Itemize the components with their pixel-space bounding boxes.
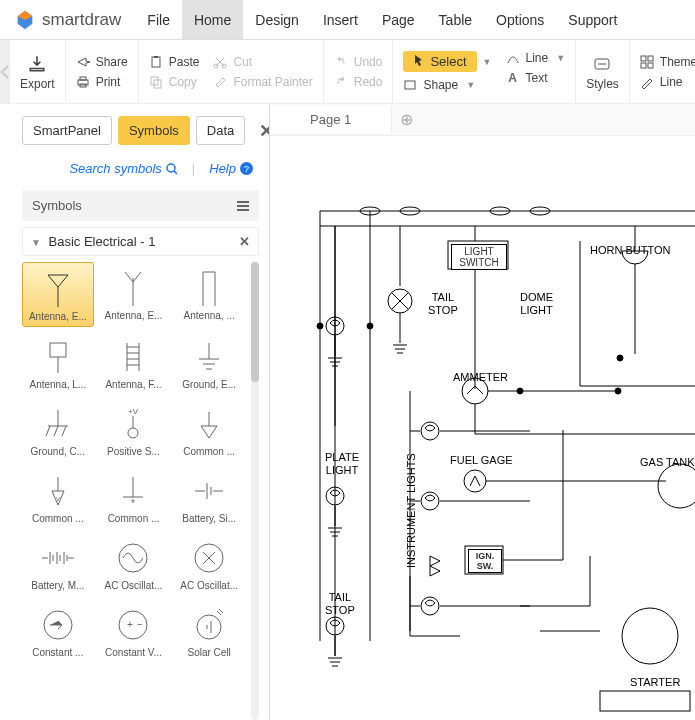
- label-ammeter: AMMETER: [453, 371, 508, 384]
- svg-rect-4: [154, 56, 158, 58]
- label-starter: STARTER: [630, 676, 680, 689]
- canvas-area: Page 1 ⊕: [270, 104, 695, 720]
- add-page-button[interactable]: ⊕: [392, 110, 420, 129]
- cursor-icon: [413, 54, 425, 69]
- label-tail-stop: TAILSTOP: [428, 291, 458, 317]
- antenna-icon: [109, 266, 157, 310]
- svg-rect-3: [152, 57, 160, 67]
- menu-support[interactable]: Support: [556, 0, 629, 39]
- menu-insert[interactable]: Insert: [311, 0, 370, 39]
- ac-oscillator-icon: [185, 536, 233, 580]
- symbol-item[interactable]: Antenna, F...: [98, 331, 170, 394]
- chevron-left-icon: [0, 65, 10, 79]
- menu-design[interactable]: Design: [243, 0, 311, 39]
- print-button[interactable]: Print: [76, 75, 128, 89]
- svg-text:+: +: [127, 619, 133, 630]
- menu-options[interactable]: Options: [484, 0, 556, 39]
- search-icon: [166, 163, 178, 175]
- svg-rect-12: [648, 56, 653, 61]
- format-painter-button[interactable]: Format Painter: [213, 75, 312, 89]
- label-ign-sw: IGN.SW.: [468, 549, 502, 573]
- symbol-item[interactable]: * Common ...: [98, 465, 170, 528]
- text-button[interactable]: A Text: [506, 71, 566, 85]
- panel-close-button[interactable]: ✕: [259, 120, 270, 142]
- antenna-icon: [185, 266, 233, 310]
- chevron-down-icon: ▼: [31, 237, 41, 248]
- battery-multi-icon: [34, 536, 82, 580]
- redo-button[interactable]: Redo: [334, 75, 383, 89]
- shape-button[interactable]: Shape ▼: [403, 78, 491, 92]
- symbol-item[interactable]: +V Positive S...: [98, 398, 170, 461]
- symbol-item[interactable]: Battery, M...: [22, 532, 94, 595]
- ground-chassis-icon: [34, 402, 82, 446]
- svg-point-36: [617, 355, 623, 361]
- line-icon: [506, 51, 520, 65]
- symbol-item[interactable]: AC Oscillat...: [98, 532, 170, 595]
- symbol-item[interactable]: Solar Cell: [173, 599, 245, 662]
- symbol-item[interactable]: Ground, E...: [173, 331, 245, 394]
- select-button[interactable]: Select: [403, 51, 476, 72]
- share-icon: [76, 55, 90, 69]
- styles-button[interactable]: Styles: [586, 53, 619, 91]
- help-link[interactable]: Help ?: [209, 161, 253, 176]
- symbol-item[interactable]: +− Constant V...: [98, 599, 170, 662]
- svg-point-45: [658, 464, 695, 508]
- menu-page[interactable]: Page: [370, 0, 427, 39]
- tab-symbols[interactable]: Symbols: [118, 116, 190, 145]
- symbols-menu-button[interactable]: [237, 201, 249, 211]
- menu-file[interactable]: File: [135, 0, 182, 39]
- close-icon[interactable]: ✕: [239, 234, 250, 249]
- svg-rect-49: [600, 691, 690, 711]
- share-button[interactable]: Share: [76, 55, 128, 69]
- page-tab[interactable]: Page 1: [270, 106, 392, 133]
- cut-button[interactable]: Cut: [213, 55, 312, 69]
- app-logo: smartdraw: [0, 9, 135, 31]
- label-light-switch: LIGHTSWITCH: [451, 244, 507, 270]
- symbol-item[interactable]: Constant ...: [22, 599, 94, 662]
- symbol-group-header[interactable]: ▼ Basic Electrical - 1 ✕: [22, 227, 259, 256]
- menu-home[interactable]: Home: [182, 0, 243, 39]
- themes-button[interactable]: Themes: [640, 55, 695, 69]
- symbol-item[interactable]: Battery, Si...: [173, 465, 245, 528]
- common-icon: *: [109, 469, 157, 513]
- symbol-item[interactable]: Antenna, L...: [22, 331, 94, 394]
- undo-button[interactable]: Undo: [334, 55, 383, 69]
- paste-icon: [149, 55, 163, 69]
- menu-table[interactable]: Table: [427, 0, 484, 39]
- copy-button[interactable]: Copy: [149, 75, 200, 89]
- tab-data[interactable]: Data: [196, 116, 245, 145]
- svg-point-39: [615, 388, 621, 394]
- svg-point-48: [622, 608, 678, 664]
- pencil-icon: [640, 75, 654, 89]
- label-fuel-gage: FUEL GAGE: [450, 454, 513, 467]
- ground-icon: [185, 335, 233, 379]
- symbol-item[interactable]: Ground, C...: [22, 398, 94, 461]
- drawing-canvas[interactable]: TAILSTOP DOMELIGHT LIGHTSWITCH HORN BUTT…: [270, 136, 695, 720]
- constant-current-icon: [34, 603, 82, 647]
- collapse-panel-button[interactable]: [0, 40, 10, 103]
- export-icon: [26, 53, 48, 75]
- symbol-item[interactable]: Antenna, E...: [22, 262, 94, 327]
- symbol-item[interactable]: Antenna, E...: [98, 262, 170, 327]
- svg-text:−: −: [137, 619, 143, 630]
- symbol-grid: Antenna, E... Antenna, E... Antenna, ...…: [22, 262, 259, 662]
- paste-button[interactable]: Paste: [149, 55, 200, 69]
- label-plate-light: PLATELIGHT: [325, 451, 359, 477]
- svg-rect-11: [641, 56, 646, 61]
- symbol-item[interactable]: Antenna, ...: [173, 262, 245, 327]
- search-symbols-link[interactable]: Search symbols: [69, 161, 177, 176]
- select-dropdown[interactable]: ▼: [483, 57, 492, 67]
- line-style-button[interactable]: Line: [640, 75, 695, 89]
- svg-point-44: [464, 470, 486, 492]
- line-button[interactable]: Line ▼: [506, 51, 566, 65]
- tab-smartpanel[interactable]: SmartPanel: [22, 116, 112, 145]
- export-button[interactable]: Export: [20, 53, 55, 91]
- ribbon: Export Share Print Paste Copy: [0, 40, 695, 104]
- logo-icon: [14, 9, 36, 31]
- symbol-item[interactable]: Common ...: [173, 398, 245, 461]
- help-icon: ?: [240, 162, 253, 175]
- scrollbar-thumb[interactable]: [251, 262, 259, 382]
- svg-point-32: [317, 323, 323, 329]
- symbol-item[interactable]: AC Oscillat...: [173, 532, 245, 595]
- symbol-item[interactable]: V Common ...: [22, 465, 94, 528]
